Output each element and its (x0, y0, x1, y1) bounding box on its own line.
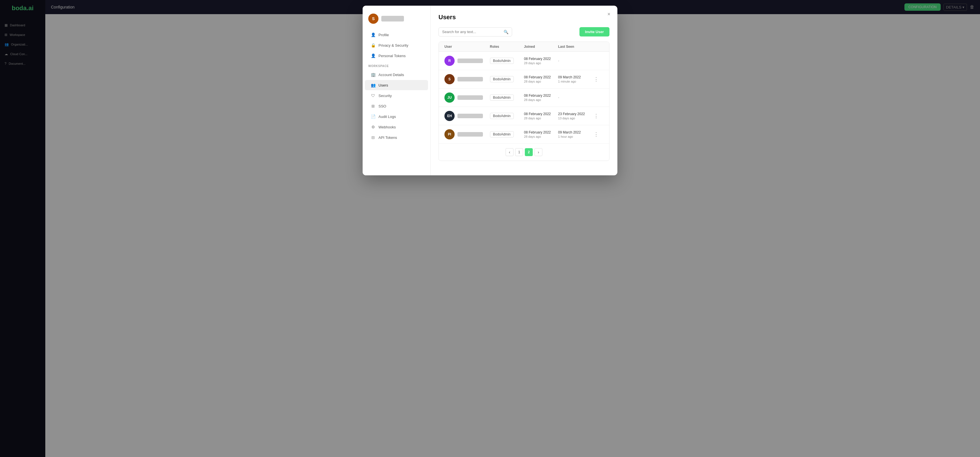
user-name-4 (457, 132, 483, 136)
user-avatar-4: PI (444, 129, 455, 140)
joined-cell-2: 08 February 2022 28 days ago (524, 94, 558, 102)
joined-cell-3: 08 February 2022 28 days ago (524, 112, 558, 120)
next-page-button[interactable]: › (535, 148, 542, 156)
page-2-button[interactable]: 2 (525, 148, 533, 156)
role-cell-2: BodoAdmin (490, 94, 524, 101)
role-badge-3: BodoAdmin (490, 113, 514, 119)
table-row: EH BodoAdmin 08 February 2022 28 days ag… (439, 107, 609, 125)
last-seen-cell: - (558, 59, 592, 63)
user-avatar: S (368, 14, 379, 24)
lock-icon: 🔒 (371, 43, 375, 48)
user-name-3 (457, 114, 483, 118)
sidebar-item-sso[interactable]: ⊞ SSO (365, 101, 428, 111)
table-row: S BodoAdmin 08 February 2022 28 days ago… (439, 70, 609, 89)
row-more-button-1[interactable]: ⋮ (592, 75, 600, 83)
role-cell-1: BodoAdmin (490, 76, 524, 82)
table-header: User Roles Joined Last Seen (439, 42, 609, 52)
webhook-icon: ⚙ (371, 124, 375, 130)
sidebar-item-security[interactable]: 🛡 Security (365, 90, 428, 101)
role-badge-0: BodoAdmin (490, 58, 514, 64)
joined-cell-4: 08 February 2022 28 days ago (524, 130, 558, 138)
row-more-button-4[interactable]: ⋮ (592, 130, 600, 138)
last-seen-cell: 09 March 2022 1 hour ago (558, 130, 592, 138)
search-box[interactable]: 🔍 (439, 27, 512, 36)
joined-cell-1: 08 February 2022 28 days ago (524, 75, 558, 83)
page-1-button[interactable]: 1 (515, 148, 523, 156)
modal-overlay: S 👤 Profile 🔒 Privacy & Security 👤 Perso… (0, 0, 980, 457)
user-name-0 (457, 59, 483, 63)
search-input[interactable] (442, 30, 501, 34)
table-row: R BodoAdmin 08 February 2022 28 days ago… (439, 52, 609, 70)
last-seen-cell: 23 February 2022 13 days ago (558, 112, 592, 120)
user-cell: S (444, 74, 490, 84)
user-avatar-3: EH (444, 111, 455, 121)
user-name-placeholder (381, 16, 404, 22)
role-badge-4: BodoAdmin (490, 131, 514, 137)
user-cell: R (444, 56, 490, 66)
col-joined: Joined (524, 45, 558, 49)
sidebar-item-profile[interactable]: 👤 Profile (365, 30, 428, 40)
user-name-2 (457, 95, 483, 100)
api-icon: ⊟ (371, 135, 375, 140)
person-icon: 👤 (371, 32, 375, 37)
workspace-section-label: WORKSPACE (363, 61, 430, 69)
users-table: User Roles Joined Last Seen R BodoAdmin … (439, 41, 609, 161)
table-row: PI BodoAdmin 08 February 2022 28 days ag… (439, 125, 609, 143)
token-icon: 👤 (371, 53, 375, 58)
role-cell-3: BodoAdmin (490, 113, 524, 119)
invite-user-button[interactable]: Invite User (579, 27, 609, 36)
modal-main-content: × Users 🔍 Invite User User Roles Joined … (431, 6, 617, 175)
sidebar-item-audit-logs[interactable]: 📄 Audit Logs (365, 111, 428, 122)
joined-cell-0: 08 February 2022 28 days ago (524, 57, 558, 65)
user-name-1 (457, 77, 483, 81)
modal-title: Users (439, 14, 609, 21)
sidebar-item-api-tokens[interactable]: ⊟ API Tokens (365, 132, 428, 143)
sidebar-item-personal-tokens[interactable]: 👤 Personal Tokens (365, 51, 428, 61)
user-avatar-2: JU (444, 92, 455, 103)
modal-user-header: S (363, 11, 430, 29)
grid-icon: ⊞ (371, 103, 375, 109)
user-avatar-1: S (444, 74, 455, 84)
user-avatar-0: R (444, 56, 455, 66)
last-seen-cell: 09 March 2022 1 minute ago (558, 75, 592, 83)
building-icon: 🏢 (371, 72, 375, 77)
user-cell: EH (444, 111, 490, 121)
col-roles: Roles (490, 45, 524, 49)
user-cell: JU (444, 92, 490, 103)
prev-page-button[interactable]: ‹ (506, 148, 514, 156)
modal-sidebar: S 👤 Profile 🔒 Privacy & Security 👤 Perso… (363, 6, 431, 175)
sidebar-item-users[interactable]: 👥 Users (365, 80, 428, 90)
table-body: R BodoAdmin 08 February 2022 28 days ago… (439, 52, 609, 143)
modal: S 👤 Profile 🔒 Privacy & Security 👤 Perso… (363, 6, 617, 175)
sidebar-item-webhooks[interactable]: ⚙ Webhooks (365, 122, 428, 132)
role-cell-0: BodoAdmin (490, 58, 524, 64)
role-cell-4: BodoAdmin (490, 131, 524, 137)
modal-close-button[interactable]: × (605, 10, 613, 18)
sidebar-item-account-details[interactable]: 🏢 Account Details (365, 70, 428, 80)
col-user: User (444, 45, 490, 49)
row-more-button-3[interactable]: ⋮ (592, 112, 600, 120)
shield-icon: 🛡 (371, 93, 375, 98)
table-row: JU BodoAdmin 08 February 2022 28 days ag… (439, 89, 609, 107)
user-cell: PI (444, 129, 490, 140)
doc-icon: 📄 (371, 114, 375, 119)
search-icon: 🔍 (504, 30, 508, 34)
sidebar-item-privacy-security[interactable]: 🔒 Privacy & Security (365, 40, 428, 50)
last-seen-cell: - (558, 95, 592, 100)
pagination: ‹ 1 2 › (439, 143, 609, 160)
users-toolbar: 🔍 Invite User (439, 27, 609, 36)
users-icon: 👥 (371, 83, 375, 88)
role-badge-1: BodoAdmin (490, 76, 514, 82)
col-last-seen: Last Seen (558, 45, 592, 49)
role-badge-2: BodoAdmin (490, 94, 514, 101)
